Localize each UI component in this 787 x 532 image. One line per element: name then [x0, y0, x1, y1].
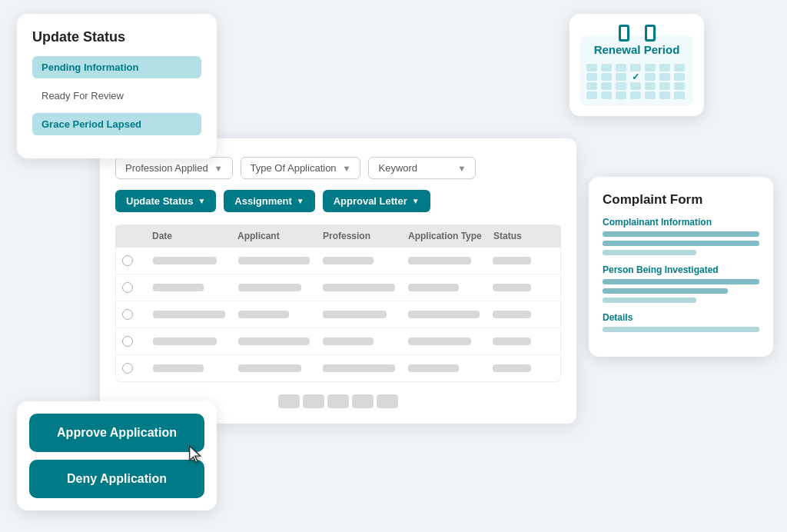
- details-label: Details: [603, 312, 759, 323]
- table-row[interactable]: [116, 328, 560, 355]
- page-btn-5[interactable]: [377, 394, 398, 408]
- cal-cell: [616, 82, 626, 90]
- col-date: Date: [152, 231, 237, 241]
- status-item-pending[interactable]: Pending Information: [32, 56, 201, 78]
- calendar-body: Renewal Period ✓: [580, 35, 693, 105]
- filter-row: Profession Applied ▼ Type Of Application…: [115, 157, 561, 179]
- cal-cell: [659, 73, 670, 81]
- deny-application-button[interactable]: Deny Application: [29, 460, 204, 498]
- cal-cell: [586, 73, 597, 81]
- chevron-down-icon: ▼: [214, 164, 223, 173]
- cal-cell: [659, 91, 670, 99]
- approve-application-button[interactable]: Approve Application: [29, 414, 204, 452]
- update-status-button[interactable]: Update Status ▼: [115, 190, 216, 212]
- cal-cell: [616, 91, 626, 99]
- cal-cell: [586, 91, 597, 99]
- cal-cell: [645, 91, 656, 99]
- line: [603, 327, 759, 332]
- col-status: Status: [493, 231, 555, 241]
- chevron-down-icon: ▼: [297, 197, 304, 205]
- status-item-grace[interactable]: Grace Period Lapsed: [32, 113, 201, 135]
- line: [603, 241, 759, 246]
- row-radio[interactable]: [122, 282, 133, 293]
- row-radio[interactable]: [122, 309, 133, 320]
- cal-cell: [659, 64, 670, 71]
- action-row: Update Status ▼ Assignment ▼ Approval Le…: [115, 190, 561, 212]
- investigated-lines: [603, 279, 759, 303]
- cal-cell: [601, 73, 612, 81]
- page-btn-3[interactable]: [327, 394, 349, 408]
- row-radio[interactable]: [122, 336, 133, 347]
- scene: Profession Applied ▼ Type Of Application…: [0, 0, 787, 532]
- investigated-label: Person Being Investigated: [603, 264, 759, 275]
- table-row[interactable]: [116, 274, 560, 301]
- table-body: [115, 248, 561, 382]
- cal-cell: [586, 64, 597, 71]
- calendar-rings: [580, 25, 693, 42]
- table-row[interactable]: [116, 248, 560, 274]
- cal-cell: [645, 82, 656, 90]
- complainant-label: Complainant Information: [603, 217, 759, 228]
- col-applicant: Applicant: [237, 231, 323, 241]
- assignment-button[interactable]: Assignment ▼: [224, 190, 314, 212]
- col-app-type: Application Type: [408, 231, 493, 241]
- cal-cell: [616, 73, 626, 81]
- table-row[interactable]: [116, 355, 560, 381]
- chevron-down-icon: ▼: [198, 197, 205, 205]
- update-status-card: Update Status Pending Information Ready …: [17, 14, 217, 158]
- status-item-ready[interactable]: Ready For Review: [32, 85, 201, 107]
- cal-cell: [601, 82, 612, 90]
- complainant-lines: [603, 231, 759, 255]
- approve-deny-card: Approve Application Deny Application: [17, 401, 217, 510]
- row-radio[interactable]: [122, 255, 133, 266]
- line: [603, 250, 696, 255]
- complaint-form-title: Complaint Form: [603, 192, 759, 208]
- type-filter[interactable]: Type Of Application ▼: [241, 157, 361, 179]
- ring-right: [645, 25, 656, 42]
- renewal-title: Renewal Period: [586, 43, 687, 56]
- cal-cell-checked: ✓: [630, 73, 641, 81]
- approval-letter-button[interactable]: Approval Letter ▼: [323, 190, 430, 212]
- cal-cell: [601, 91, 612, 99]
- cal-cell: [630, 91, 641, 99]
- col-profession: Profession: [323, 231, 408, 241]
- update-status-title: Update Status: [32, 29, 201, 45]
- table-row[interactable]: [116, 301, 560, 328]
- line: [603, 279, 759, 284]
- ring-left: [619, 25, 629, 42]
- row-radio[interactable]: [122, 363, 133, 374]
- cal-cell: [674, 91, 685, 99]
- cal-cell: [601, 64, 612, 71]
- cal-cell: [630, 82, 641, 90]
- cal-cell: [674, 82, 685, 90]
- cal-cell: [645, 73, 656, 81]
- cal-cell: [630, 64, 641, 71]
- cal-cell: [586, 82, 597, 90]
- page-btn-4[interactable]: [352, 394, 374, 408]
- cal-cell: [674, 73, 685, 81]
- details-lines: [603, 327, 759, 332]
- complaint-form-card: Complaint Form Complainant Information P…: [589, 177, 773, 357]
- line: [603, 231, 759, 237]
- cal-cell: [659, 82, 670, 90]
- cal-cell: [674, 64, 685, 71]
- line: [603, 288, 728, 294]
- chevron-down-icon: ▼: [412, 197, 420, 205]
- chevron-down-icon: ▼: [458, 164, 467, 173]
- main-table-card: Profession Applied ▼ Type Of Application…: [100, 138, 576, 424]
- cal-cell: [645, 64, 656, 71]
- line: [603, 298, 696, 303]
- keyword-filter[interactable]: Keyword ▼: [368, 157, 476, 179]
- table-header: Date Applicant Profession Application Ty…: [115, 224, 561, 248]
- page-btn-1[interactable]: [278, 394, 300, 408]
- renewal-card: Renewal Period ✓: [569, 14, 704, 116]
- profession-filter[interactable]: Profession Applied ▼: [115, 157, 233, 179]
- cal-cell: [616, 64, 626, 71]
- page-btn-2[interactable]: [303, 394, 324, 408]
- calendar-grid: ✓: [586, 64, 687, 99]
- chevron-down-icon: ▼: [343, 164, 351, 173]
